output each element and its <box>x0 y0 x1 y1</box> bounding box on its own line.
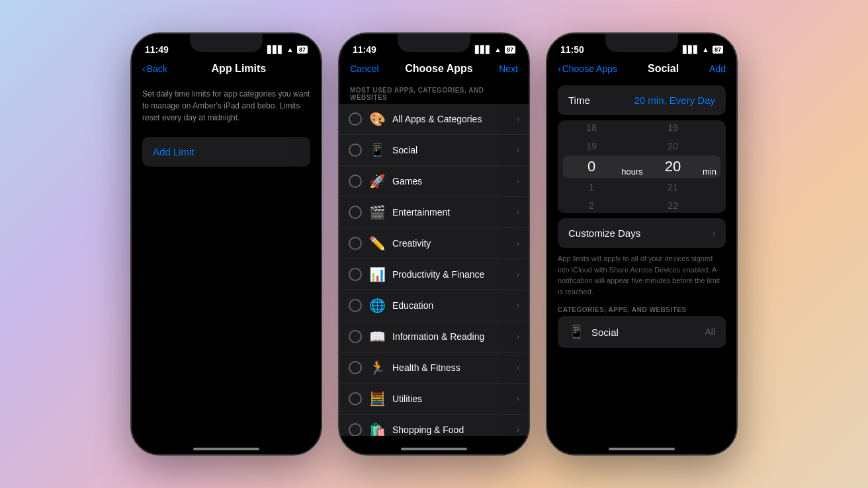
wifi-icon-2: ▲ <box>494 46 501 54</box>
detail-screen: Time 20 min, Every Day 17 18 19 0 1 2 3 <box>547 80 736 436</box>
cancel-button[interactable]: Cancel <box>350 63 379 74</box>
add-button[interactable]: Add <box>709 63 726 74</box>
creativity-icon: ✏️ <box>369 235 386 251</box>
time-value: 20 min, Every Day <box>634 95 715 106</box>
picker-hour-below-1: 1 <box>589 178 594 196</box>
picker-min-above-2: 19 <box>668 120 678 137</box>
games-icon: 🚀 <box>369 173 386 189</box>
status-bar-1: 11:49 ▋▋▋ ▲ 87 <box>132 34 321 60</box>
social-emoji-icon: 📱 <box>568 324 585 340</box>
social-item-row[interactable]: 📱 Social All <box>558 316 726 348</box>
radio-utilities[interactable] <box>349 392 362 405</box>
nav-title-3: Social <box>648 63 679 75</box>
radio-all-apps[interactable] <box>349 112 362 126</box>
utilities-icon: 🧮 <box>369 391 386 407</box>
all-apps-icon: 🎨 <box>369 111 386 127</box>
home-indicator-3 <box>547 436 736 454</box>
add-limit-button[interactable]: Add Limit <box>142 137 310 167</box>
chevron-right-icon: › <box>517 145 519 155</box>
wifi-icon: ▲ <box>286 46 294 54</box>
battery-badge-1: 87 <box>297 46 308 54</box>
time-picker[interactable]: 17 18 19 0 1 2 3 hours 18 19 20 <box>558 120 726 213</box>
picker-min-above-3: 20 <box>668 137 678 155</box>
education-label: Education <box>392 300 510 311</box>
chevron-left-icon: ‹ <box>142 63 146 74</box>
next-button[interactable]: Next <box>499 63 518 74</box>
social-icon: 📱 <box>369 142 386 158</box>
status-time-2: 11:49 <box>353 44 376 55</box>
picker-min-below-1: 21 <box>668 178 678 196</box>
status-icons-3: ▋▋▋ ▲ 87 <box>683 46 723 54</box>
list-item[interactable]: 🎬 Entertainment › <box>339 197 529 228</box>
creativity-label: Creativity <box>392 238 510 249</box>
chevron-right-icon: › <box>517 114 519 124</box>
reading-icon: 📖 <box>369 329 386 345</box>
chevron-right-icon: › <box>517 332 519 341</box>
list-item[interactable]: 📖 Information & Reading › <box>339 321 529 352</box>
chevron-right-icon: › <box>517 239 519 248</box>
time-row[interactable]: Time 20 min, Every Day <box>558 85 726 115</box>
list-item[interactable]: 🎨 All Apps & Categories › <box>339 104 529 135</box>
radio-games[interactable] <box>349 175 362 188</box>
all-apps-label: All Apps & Categories <box>392 114 510 124</box>
time-label: Time <box>568 95 590 106</box>
list-item[interactable]: 🌐 Education › <box>339 290 529 321</box>
radio-entertainment[interactable] <box>349 206 362 219</box>
back-button-1[interactable]: ‹ Back <box>142 63 167 74</box>
radio-productivity[interactable] <box>349 268 362 281</box>
home-bar-1 <box>193 448 259 450</box>
status-bar-2: 11:49 ▋▋▋ ▲ 87 <box>339 34 529 60</box>
chevron-left-icon-3: ‹ <box>558 63 561 74</box>
radio-creativity[interactable] <box>349 237 362 250</box>
nav-bar-3: ‹ Choose Apps Social Add <box>547 60 736 80</box>
reading-label: Information & Reading <box>392 331 510 342</box>
chevron-right-icon: › <box>517 177 519 186</box>
battery-badge-2: 87 <box>505 46 515 54</box>
screen-content-1: Set daily time limits for app categories… <box>132 80 321 436</box>
picker-min-selected: 20 <box>665 155 681 178</box>
status-bar-3: 11:50 ▋▋▋ ▲ 87 <box>547 34 736 60</box>
status-icons-1: ▋▋▋ ▲ 87 <box>267 46 308 54</box>
radio-social[interactable] <box>349 143 362 157</box>
social-all-label: All <box>705 327 715 337</box>
social-label: Social <box>392 145 510 155</box>
signal-icon-2: ▋▋▋ <box>475 46 491 54</box>
home-bar-2 <box>401 448 467 450</box>
home-indicator-2 <box>339 436 529 454</box>
entertainment-icon: 🎬 <box>369 204 386 220</box>
battery-badge-3: 87 <box>713 46 723 54</box>
radio-health[interactable] <box>349 361 362 374</box>
wifi-icon-3: ▲ <box>702 46 709 54</box>
list-item[interactable]: 🚀 Games › <box>339 166 529 197</box>
education-icon: 🌐 <box>369 298 386 313</box>
entertainment-label: Entertainment <box>392 207 510 218</box>
radio-shopping[interactable] <box>349 423 362 436</box>
radio-education[interactable] <box>349 299 362 312</box>
nav-bar-2: Cancel Choose Apps Next <box>339 60 529 80</box>
social-item-left: 📱 Social <box>568 324 619 340</box>
hours-label: hours <box>619 167 646 177</box>
list-item[interactable]: 🧮 Utilities › <box>339 384 529 415</box>
picker-hour-selected: 0 <box>587 155 595 178</box>
min-label: min <box>700 167 719 177</box>
picker-hour-above-3: 19 <box>586 137 597 155</box>
chevron-right-icon: › <box>517 208 519 217</box>
games-label: Games <box>392 176 510 186</box>
customize-days-label: Customize Days <box>568 227 640 239</box>
customize-days-row[interactable]: Customize Days › <box>558 218 726 248</box>
list-item[interactable]: 🏃 Health & Fitness › <box>339 352 529 384</box>
list-item[interactable]: 📱 Social › <box>339 135 529 166</box>
status-time-3: 11:50 <box>560 44 584 55</box>
categories-label: CATEGORIES, APPS, AND WEBSITES <box>547 302 736 316</box>
list-item[interactable]: 📊 Productivity & Finance › <box>339 259 529 290</box>
list-item[interactable]: ✏️ Creativity › <box>339 228 529 259</box>
status-time-1: 11:49 <box>145 44 169 55</box>
radio-reading[interactable] <box>349 330 362 343</box>
choose-apps-back-button[interactable]: ‹ Choose Apps <box>558 63 617 74</box>
list-item[interactable]: 🛍️ Shopping & Food › <box>339 415 529 436</box>
signal-icon: ▋▋▋ <box>267 46 283 54</box>
info-text: App limits will apply to all of your dev… <box>547 248 736 302</box>
home-bar-3 <box>609 448 675 450</box>
chevron-right-icon: › <box>517 394 519 403</box>
chevron-right-icon: › <box>517 301 519 310</box>
